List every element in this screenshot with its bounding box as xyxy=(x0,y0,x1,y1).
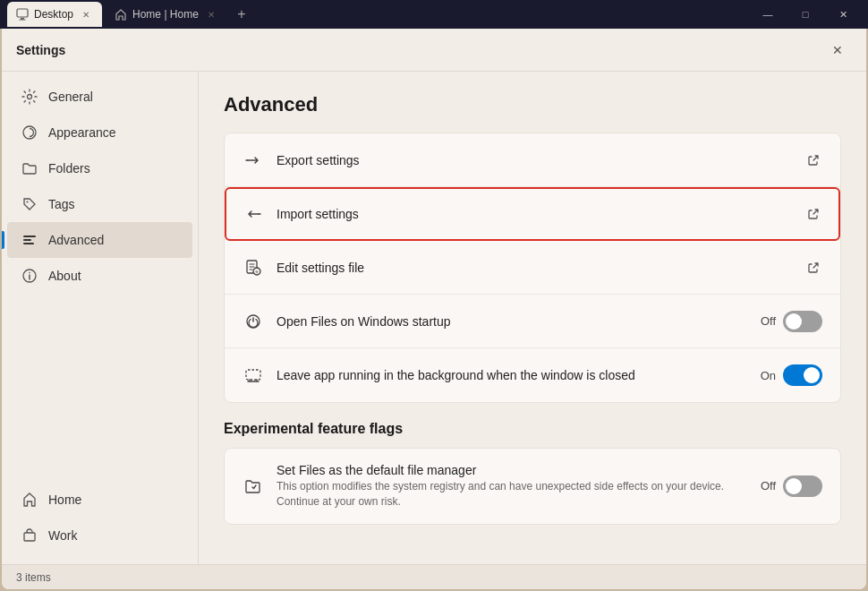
sidebar-bottom: Home Work xyxy=(2,478,198,557)
svg-rect-7 xyxy=(23,239,31,241)
sidebar-general-label: General xyxy=(48,90,93,104)
general-icon xyxy=(21,89,38,105)
status-count: 3 items xyxy=(16,571,51,584)
edit-action xyxy=(804,259,822,277)
settings-card-main: Export settings xyxy=(224,133,841,403)
sidebar-item-advanced[interactable]: Advanced xyxy=(7,222,192,258)
background-row: Leave app running in the background when… xyxy=(225,348,840,402)
default-manager-toggle-label: Off xyxy=(761,479,776,492)
sidebar-item-folders[interactable]: Folders xyxy=(7,150,192,186)
svg-point-5 xyxy=(27,201,29,203)
import-settings-row[interactable]: Import settings xyxy=(225,187,840,241)
sidebar-advanced-label: Advanced xyxy=(48,233,104,247)
svg-point-11 xyxy=(29,272,30,274)
home-bottom-icon xyxy=(21,492,38,508)
default-manager-label: Set Files as the default file manager xyxy=(277,463,748,477)
edit-file-icon xyxy=(243,257,264,278)
default-manager-icon xyxy=(243,475,264,497)
startup-label: Open Files on Windows startup xyxy=(277,314,451,329)
sidebar-item-tags[interactable]: Tags xyxy=(7,186,192,222)
export-label: Export settings xyxy=(277,153,360,167)
svg-point-3 xyxy=(28,95,32,99)
edit-settings-row[interactable]: Edit settings file xyxy=(225,241,840,295)
default-manager-toggle-thumb xyxy=(786,478,802,494)
sidebar-about-label: About xyxy=(48,269,81,283)
background-toggle-action: On xyxy=(761,364,822,386)
tab-home-close[interactable]: ✕ xyxy=(204,7,218,21)
edit-external-icon xyxy=(804,259,822,277)
edit-file-label: Edit settings file xyxy=(277,261,364,275)
svg-rect-8 xyxy=(23,243,34,244)
background-icon xyxy=(243,364,264,386)
sidebar-item-work-bottom[interactable]: Work xyxy=(7,518,192,553)
main-panel: Advanced Export settings xyxy=(199,72,866,564)
default-manager-row: Set Files as the default file manager Th… xyxy=(225,449,840,524)
settings-window-title: Settings xyxy=(16,43,65,57)
status-bar: 3 items xyxy=(2,564,866,589)
startup-row: Open Files on Windows startup Off xyxy=(225,295,840,348)
work-bottom-icon xyxy=(21,527,38,544)
import-label: Import settings xyxy=(277,207,359,221)
export-external-icon xyxy=(804,151,822,169)
power-icon xyxy=(243,311,264,332)
export-icon xyxy=(243,150,264,171)
svg-rect-12 xyxy=(24,533,35,541)
about-icon xyxy=(21,268,38,284)
page-title: Advanced xyxy=(224,93,841,116)
window-controls: — □ ✕ xyxy=(750,2,861,27)
app-window: Settings ✕ General xyxy=(2,29,866,589)
tags-icon xyxy=(21,196,38,212)
startup-toggle[interactable] xyxy=(783,311,822,332)
svg-rect-2 xyxy=(20,20,26,21)
tab-home-label: Home | Home xyxy=(132,8,199,21)
default-manager-toggle[interactable] xyxy=(783,475,822,497)
sidebar-item-appearance[interactable]: Appearance xyxy=(7,115,192,150)
svg-rect-1 xyxy=(21,18,24,20)
sidebar-home-label: Home xyxy=(48,492,81,507)
startup-toggle-label: Off xyxy=(761,314,776,328)
taskbar: Desktop ✕ Home | Home ✕ + — □ ✕ xyxy=(0,0,868,29)
background-toggle-thumb xyxy=(804,367,820,383)
minimize-button[interactable]: — xyxy=(750,2,786,27)
background-toggle-label: On xyxy=(761,369,776,382)
experimental-section-title: Experimental feature flags xyxy=(224,421,841,437)
export-action xyxy=(804,151,822,169)
svg-rect-21 xyxy=(246,370,260,380)
tab-add-button[interactable]: + xyxy=(231,4,252,25)
startup-toggle-action: Off xyxy=(761,311,822,332)
close-window-button[interactable]: ✕ xyxy=(825,2,861,27)
settings-card-experimental: Set Files as the default file manager Th… xyxy=(224,448,841,525)
tab-desktop-label: Desktop xyxy=(34,8,73,21)
import-icon xyxy=(243,203,264,225)
sidebar-work-label: Work xyxy=(48,528,77,543)
desktop-icon xyxy=(16,8,29,21)
tab-desktop-close[interactable]: ✕ xyxy=(79,7,93,21)
tab-home[interactable]: Home | Home ✕ xyxy=(106,2,227,27)
default-manager-desc: This option modifies the system registry… xyxy=(277,479,748,510)
import-action xyxy=(804,205,822,223)
export-settings-row[interactable]: Export settings xyxy=(225,133,840,187)
background-label: Leave app running in the background when… xyxy=(277,368,635,382)
sidebar-folders-label: Folders xyxy=(48,161,90,176)
svg-rect-0 xyxy=(17,9,28,17)
sidebar-tags-label: Tags xyxy=(48,197,75,211)
maximize-button[interactable]: □ xyxy=(787,2,823,27)
svg-rect-6 xyxy=(23,236,36,237)
appearance-icon xyxy=(21,124,38,141)
sidebar-item-general[interactable]: General xyxy=(7,79,192,115)
sidebar-item-home-bottom[interactable]: Home xyxy=(7,482,192,518)
sidebar-appearance-label: Appearance xyxy=(48,125,116,140)
sidebar-item-about[interactable]: About xyxy=(7,258,192,294)
background-toggle[interactable] xyxy=(783,364,822,386)
sidebar: General Appearance Folders xyxy=(2,72,199,564)
tab-home-icon xyxy=(115,8,127,21)
folders-icon xyxy=(21,160,38,176)
tab-desktop[interactable]: Desktop ✕ xyxy=(7,2,102,27)
advanced-icon xyxy=(21,232,38,248)
settings-titlebar: Settings ✕ xyxy=(2,29,866,72)
import-external-icon xyxy=(804,205,822,223)
startup-toggle-thumb xyxy=(786,313,802,330)
settings-close-button[interactable]: ✕ xyxy=(823,36,852,64)
default-manager-toggle-action: Off xyxy=(761,475,822,497)
content-area: General Appearance Folders xyxy=(2,72,866,564)
